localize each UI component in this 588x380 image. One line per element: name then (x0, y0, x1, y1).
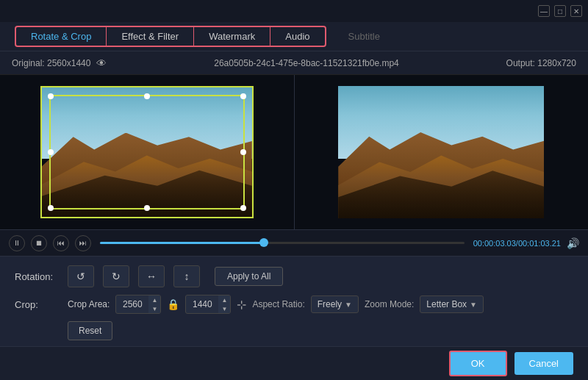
flip-vertical-button[interactable]: ↕ (173, 265, 200, 287)
flip-horizontal-button[interactable]: ↔ (138, 265, 165, 287)
aspect-ratio-arrow-icon: ▼ (345, 301, 352, 309)
original-size: Original: 2560x1440 (12, 58, 90, 68)
current-time: 00:00:03.03/00:01:03.21 (473, 239, 561, 248)
lock-icon[interactable]: 🔒 (167, 298, 179, 310)
preview-left (0, 75, 295, 229)
bottom-bar: OK Cancel (0, 346, 588, 380)
crop-width-spinners: ▲ ▼ (148, 295, 160, 313)
maximize-button[interactable]: □ (554, 5, 566, 17)
move-icon: ⊹ (237, 298, 246, 312)
next-frame-button[interactable]: ⏭ (75, 235, 91, 251)
progress-bar[interactable] (100, 242, 465, 244)
volume-icon[interactable]: 🔊 (567, 237, 579, 249)
rotate-right-button[interactable]: ↻ (103, 265, 129, 287)
aspect-ratio-value: Freely (318, 299, 342, 309)
tab-audio[interactable]: Audio (270, 27, 324, 46)
crop-height-value[interactable] (186, 297, 218, 312)
zoom-mode-label: Zoom Mode: (365, 299, 414, 309)
crop-width-down[interactable]: ▼ (148, 304, 160, 313)
reset-button[interactable]: Reset (68, 321, 112, 340)
rotation-row: Rotation: ↺ ↻ ↔ ↕ Apply to All (15, 265, 573, 287)
tab-subtitle[interactable]: Subtitle (334, 27, 395, 46)
output-size: Output: 1280x720 (506, 58, 576, 68)
cancel-button[interactable]: Cancel (514, 352, 573, 375)
filename: 26a0505b-24c1-475e-8bac-11521321fb0e.mp4 (214, 58, 399, 68)
crop-height-down[interactable]: ▼ (218, 304, 230, 313)
crop-width-value[interactable] (116, 297, 148, 312)
aspect-ratio-label: Aspect Ratio: (252, 299, 304, 309)
reset-row: Reset (15, 321, 573, 340)
timeline-bar: ⏸ ⏹ ⏮ ⏭ 00:00:03.03/00:01:03.21 🔊 (0, 229, 588, 256)
minimize-button[interactable]: — (538, 5, 550, 17)
prev-frame-button[interactable]: ⏮ (53, 235, 69, 251)
tab-watermark[interactable]: Watermark (194, 27, 270, 46)
progress-fill (100, 242, 264, 244)
title-bar: — □ ✕ (0, 0, 588, 22)
tab-rotate-crop[interactable]: Rotate & Crop (16, 27, 107, 46)
crop-controls: Crop Area: ▲ ▼ 🔒 ▲ ▼ ⊹ Aspect Ratio: Fre… (68, 295, 484, 314)
stop-button[interactable]: ⏹ (31, 235, 47, 251)
rotate-right-icon: ↻ (112, 270, 121, 282)
apply-to-all-button[interactable]: Apply to All (215, 267, 283, 286)
crop-height-input[interactable]: ▲ ▼ (185, 295, 231, 314)
crop-width-input[interactable]: ▲ ▼ (115, 295, 161, 314)
crop-area-label: Crop Area: (68, 299, 110, 309)
preview-eye-icon[interactable]: 👁 (96, 57, 107, 69)
ok-button[interactable]: OK (449, 351, 507, 376)
controls-area: Rotation: ↺ ↻ ↔ ↕ Apply to All Crop: Cro… (0, 256, 588, 356)
rotate-left-button[interactable]: ↺ (68, 265, 94, 287)
progress-knob[interactable] (259, 238, 268, 247)
tab-bar: Rotate & Crop Effect & Filter Watermark … (0, 22, 588, 51)
preview-right (295, 75, 589, 229)
crop-label: Crop: (15, 299, 59, 310)
flip-h-icon: ↔ (146, 270, 157, 282)
zoom-mode-arrow-icon: ▼ (470, 301, 477, 309)
crop-height-up[interactable]: ▲ (218, 295, 230, 304)
aspect-ratio-select[interactable]: Freely ▼ (311, 295, 359, 313)
zoom-mode-value: Letter Box (426, 299, 467, 309)
zoom-mode-select[interactable]: Letter Box ▼ (420, 295, 484, 313)
play-pause-button[interactable]: ⏸ (9, 235, 25, 251)
info-bar: Original: 2560x1440 👁 26a0505b-24c1-475e… (0, 51, 588, 75)
rotation-label: Rotation: (15, 271, 59, 282)
source-preview (40, 86, 254, 218)
preview-area (0, 75, 588, 229)
rotate-left-icon: ↺ (76, 270, 85, 282)
tab-group: Rotate & Crop Effect & Filter Watermark … (15, 26, 326, 47)
output-preview (338, 86, 544, 218)
close-button[interactable]: ✕ (570, 5, 582, 17)
crop-height-spinners: ▲ ▼ (218, 295, 230, 313)
crop-row: Crop: Crop Area: ▲ ▼ 🔒 ▲ ▼ ⊹ Aspect Rati… (15, 295, 573, 314)
crop-width-up[interactable]: ▲ (148, 295, 160, 304)
flip-v-icon: ↕ (184, 270, 190, 282)
tab-effect-filter[interactable]: Effect & Filter (107, 27, 194, 46)
